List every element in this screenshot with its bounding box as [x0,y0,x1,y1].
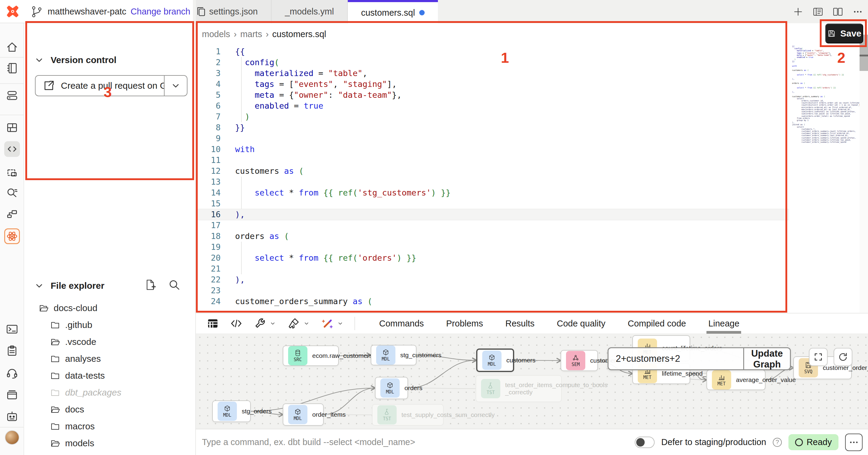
pull-request-dropdown-button[interactable] [164,76,187,96]
rail-notebook-icon[interactable] [4,60,20,76]
tree-item-analyses[interactable]: analyses [24,350,195,367]
file-search-icon[interactable] [167,278,181,291]
compile-code-icon[interactable] [230,317,243,330]
change-branch-link[interactable]: Change branch [130,7,190,17]
tab-customers.sql[interactable]: customers.sql [348,0,438,23]
lineage-node-customers_mdl[interactable]: MDLcustomers [476,348,514,372]
create-pull-request-button[interactable]: Create a pull request on Gi... [35,75,187,96]
code-line-10[interactable]: 10with [196,144,789,155]
tree-item-.github[interactable]: .github [24,316,195,333]
tree-item-.vscode[interactable]: .vscode [24,333,195,350]
lineage-node-orders[interactable]: MDLorders [375,377,408,399]
editor-scrollbar[interactable] [860,24,868,313]
lineage-node-raw_customers[interactable]: SRCecom.raw_customers [283,345,339,366]
create-pull-request-main[interactable]: Create a pull request on Gi... [36,76,164,96]
rail-robot-icon[interactable] [4,408,20,424]
code-line-2[interactable]: 2 config( [196,57,789,68]
code-line-19[interactable]: 19 [196,242,789,253]
code-line-13[interactable]: 13 [196,176,789,188]
panel-icon[interactable] [812,6,824,18]
code-line-24[interactable]: 24customer_orders_summary as ( [196,296,789,307]
code-line-22[interactable]: 22), [196,274,789,285]
lineage-node-stg_orders[interactable]: MDLstg_orders [212,400,251,422]
bottom-tab-lineage[interactable]: Lineage [708,313,739,334]
lineage-node-test_supply[interactable]: TSTtest_supply_costs_sum_correctly [372,404,444,426]
code-line-3[interactable]: 3 materialized = "table", [196,68,789,79]
tree-item-dbt_packages[interactable]: dbt_packages [24,384,195,401]
command-input[interactable] [202,437,594,447]
lineage-node-test_bools[interactable]: TSTtest_order_items_compute_to_bools_cor… [475,375,562,402]
code-line-21[interactable]: 21 [196,263,789,274]
copilot-wand-icon[interactable] [321,317,344,330]
bottom-tab-problems[interactable]: Problems [446,313,483,334]
tree-item-docs[interactable]: docs [24,401,195,418]
refresh-graph-button[interactable] [834,348,852,366]
code-line-23[interactable]: 23 [196,285,789,296]
save-button[interactable]: Save [825,24,863,44]
code-line-18[interactable]: 18orders as ( [196,231,789,242]
tree-item-marts[interactable]: marts [24,452,195,455]
lineage-node-order_items[interactable]: MDLorder_items [283,403,324,426]
minimap[interactable]: {{ config( materialized = "table", tags … [789,24,860,313]
new-file-icon[interactable] [144,278,157,291]
rail-headset-icon[interactable] [4,365,20,380]
tab-_models.yml[interactable]: _models.yml [272,0,348,23]
code-line-9[interactable]: 9 [196,133,789,144]
breadcrumb-item[interactable]: models [202,29,230,39]
code-line-17[interactable]: 17 [196,220,789,231]
split-icon[interactable] [832,6,844,18]
copy-icon[interactable] [194,5,208,19]
help-question-icon[interactable]: ? [773,438,782,447]
code-line-11[interactable]: 11 [196,155,789,166]
rail-query-search-icon[interactable] [4,184,20,200]
code-line-8[interactable]: 8}} [196,122,789,133]
fullscreen-button[interactable] [809,348,828,366]
rail-frame-icon[interactable] [4,165,20,181]
lineage-canvas[interactable]: SRCecom.raw_customersMDLstg_customersMDL… [196,333,868,429]
rail-tabs-icon[interactable] [4,387,20,402]
rail-terminal-icon[interactable] [4,321,20,337]
rail-grid-icon[interactable] [4,120,20,136]
code-line-15[interactable]: 15 [196,198,789,209]
plus-icon[interactable] [792,6,804,18]
rail-home-icon[interactable] [4,39,20,55]
tree-item-macros[interactable]: macros [24,418,195,435]
format-broom-icon[interactable] [287,317,310,330]
code-lines[interactable]: 1{{2 config(3 materialized = "table",4 t… [196,46,789,307]
lineage-node-customers_sem[interactable]: SEMcustomers [561,350,598,371]
file-explorer-header[interactable]: File explorer [33,279,104,292]
defer-toggle[interactable] [635,436,655,448]
rail-copilot-icon[interactable] [4,228,20,244]
code-editor[interactable]: models›marts›customers.sql 1{{2 config(3… [196,24,789,313]
code-line-20[interactable]: 20 select * from {{ ref('orders') }} [196,253,789,263]
code-line-4[interactable]: 4 tags = ["events", "staging"], [196,79,789,90]
code-line-5[interactable]: 5 meta = {"owner": "data-team"}, [196,90,789,101]
rail-link-windows-icon[interactable] [4,206,20,222]
rail-database-icon[interactable] [4,87,20,103]
bottom-tab-compiled-code[interactable]: Compiled code [628,313,686,334]
tree-item-data-tests[interactable]: data-tests [24,367,195,384]
more-options-button[interactable] [845,433,863,451]
build-wrench-icon[interactable] [253,317,277,330]
update-graph-button[interactable]: Update Graph [743,348,790,369]
bottom-tab-code-quality[interactable]: Code quality [557,313,605,334]
preview-table-icon[interactable] [206,317,219,330]
rail-clipboard-icon[interactable] [4,343,20,359]
bottom-tab-results[interactable]: Results [505,313,535,334]
lineage-node-average_order_value[interactable]: METaverage_order_value [707,370,766,390]
code-line-14[interactable]: 14 select * from {{ ref('stg_customers')… [196,188,789,198]
version-control-header[interactable]: Version control [33,53,116,67]
dots-icon[interactable] [852,6,864,18]
tree-item-models[interactable]: models [24,435,195,452]
lineage-selector-input[interactable] [609,348,743,369]
code-line-16[interactable]: 16), [196,209,789,220]
rail-code-icon[interactable] [4,141,20,157]
breadcrumb-item[interactable]: marts [240,29,262,39]
code-line-7[interactable]: 7 ) [196,111,789,122]
lineage-node-stg_customers[interactable]: MDLstg_customers [371,345,416,365]
code-line-12[interactable]: 12customers as ( [196,166,789,176]
user-avatar[interactable] [5,430,19,445]
bottom-tab-commands[interactable]: Commands [379,313,424,334]
tree-item-docs-cloud[interactable]: docs-cloud [24,300,195,316]
code-line-6[interactable]: 6 enabled = true [196,101,789,111]
